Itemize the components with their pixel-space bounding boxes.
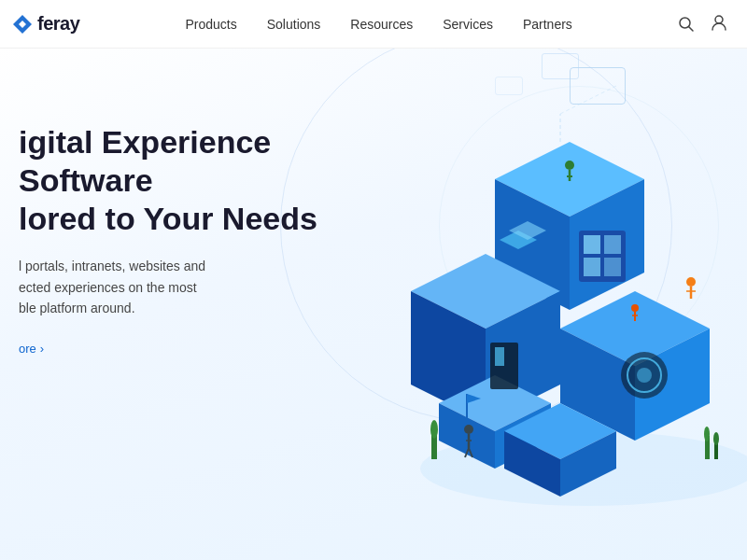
chevron-right-icon: › [40,342,44,356]
svg-point-32 [631,304,639,312]
logo-icon [9,11,35,37]
hero-title: igital Experience Softwarelored to Your … [19,123,355,237]
main-nav: Products Solutions Resources Services Pa… [185,17,571,32]
hero-illustration [374,67,747,553]
site-header: feray Products Solutions Resources Servi… [0,0,747,49]
nav-resources[interactable]: Resources [350,17,413,32]
hero-subtitle: l portals, intranets, websites andected … [19,256,280,318]
hero-section: igital Experience Softwarelored to Your … [0,49,747,560]
logo-text: feray [37,13,79,35]
svg-rect-20 [584,235,600,254]
search-button[interactable] [678,16,695,33]
hero-cta-label: ore [19,342,36,356]
nav-solutions[interactable]: Solutions [267,17,321,32]
header-actions [678,13,728,35]
logo[interactable]: feray [9,11,79,37]
svg-point-50 [713,432,719,445]
svg-rect-23 [604,258,621,276]
svg-line-1 [689,26,694,31]
nav-services[interactable]: Services [443,17,493,32]
hero-cta-link[interactable]: ore › [19,342,355,356]
svg-rect-25 [495,347,504,366]
svg-point-46 [430,420,438,439]
svg-line-54 [560,86,616,114]
search-icon [678,16,695,33]
svg-rect-22 [584,258,600,276]
nav-partners[interactable]: Partners [523,17,572,32]
svg-point-37 [464,425,473,434]
svg-point-42 [686,277,696,287]
sign-in-button[interactable] [710,13,728,35]
isometric-svg [374,67,747,553]
svg-point-28 [637,368,652,383]
svg-point-29 [565,161,574,170]
hero-content: igital Experience Softwarelored to Your … [19,123,355,356]
svg-rect-21 [604,235,621,254]
svg-point-2 [715,16,723,23]
nav-products[interactable]: Products [185,17,236,32]
user-icon [710,13,728,32]
svg-point-48 [704,427,710,441]
